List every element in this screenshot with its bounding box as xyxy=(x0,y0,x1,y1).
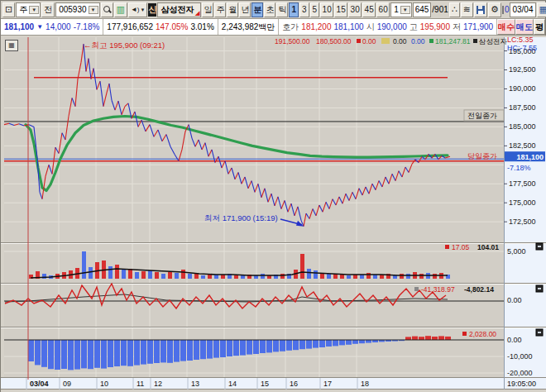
strength-bar xyxy=(134,340,140,366)
volume-bar xyxy=(327,274,331,279)
interval-60[interactable]: 60 xyxy=(376,2,390,17)
price-tick-label: 190,000 xyxy=(509,84,536,93)
end-time-label: 19:05:00 xyxy=(507,380,536,388)
trendline-tool-button[interactable]: ≋ xyxy=(461,2,473,17)
green-tool-button[interactable]: ▥ xyxy=(114,2,127,17)
volume-bar xyxy=(148,270,152,279)
sound-button[interactable]: ◄)▼ xyxy=(128,2,148,17)
strength-bar xyxy=(187,340,193,361)
date-field[interactable]: 03/04 xyxy=(510,2,535,17)
volume-bar xyxy=(347,275,351,279)
interval-30[interactable]: 30 xyxy=(348,2,362,17)
strength-tick-label: -20,000 xyxy=(507,369,533,377)
volume-value: 177,916,652 xyxy=(107,22,153,31)
volume-bar xyxy=(433,274,437,279)
volume-bar xyxy=(115,265,119,279)
tab-second[interactable]: 초 xyxy=(264,2,275,17)
high-price: 195,900 xyxy=(420,22,450,31)
chart-region[interactable]: 195,000192,500190,000187,500185,000182,5… xyxy=(1,36,546,392)
strength-bar xyxy=(174,340,180,362)
strength-bar xyxy=(81,340,87,368)
volume-bar xyxy=(314,270,318,279)
save-button[interactable] xyxy=(474,2,487,17)
strength-bar xyxy=(306,340,312,349)
turnover-pct: 3.01% xyxy=(190,22,213,31)
strength-bar xyxy=(61,340,67,369)
info-bar: 181,100 ▼ 14,000 -7.18% 177,916,652 147.… xyxy=(1,19,545,36)
volume-tick-label: 5,000 xyxy=(507,247,526,256)
plot-background xyxy=(4,37,504,377)
legend-square xyxy=(445,245,449,249)
high-label: 고 xyxy=(410,22,418,33)
legend-square xyxy=(357,39,361,43)
volume-bar xyxy=(419,274,424,279)
sell-button[interactable]: 매도 xyxy=(515,19,534,35)
jeon-button[interactable]: 전 xyxy=(41,2,55,17)
strength-bar xyxy=(326,340,332,347)
interval-3[interactable]: 3 xyxy=(299,2,309,17)
time-axis-label: 03/04 xyxy=(30,380,49,388)
strength-bar xyxy=(247,340,252,355)
stock-code-combo[interactable]: 005930▼ xyxy=(55,2,99,17)
strength-bar xyxy=(432,337,438,340)
strength-bar xyxy=(41,340,47,367)
strength-bar xyxy=(194,340,199,360)
strength-bar xyxy=(319,340,325,347)
volume-bar xyxy=(168,272,172,279)
interval-15[interactable]: 15 xyxy=(334,2,347,17)
volume-bar xyxy=(135,272,139,279)
price-legend-item: 0.00 xyxy=(393,37,407,45)
time-axis-label: 13 xyxy=(191,380,199,388)
interval-combo[interactable]: 1▼ xyxy=(390,2,412,17)
search-button[interactable] xyxy=(101,2,113,17)
strength-bar xyxy=(127,340,133,366)
search-icon xyxy=(103,6,111,13)
strength-bar xyxy=(200,340,206,359)
strength-bar xyxy=(445,337,451,340)
zero-checkbox[interactable] xyxy=(502,6,504,14)
tab-day[interactable]: 일 xyxy=(202,2,213,17)
stock-name-label: 삼성전자 xyxy=(160,4,194,16)
bid-price: 181,100 xyxy=(333,22,363,31)
chart-canvas[interactable]: 195,000192,500190,000187,500185,000182,5… xyxy=(1,36,546,392)
tab-year[interactable]: 년 xyxy=(239,2,251,17)
points-tool-button[interactable]: ∴ xyxy=(449,2,460,17)
tab-week[interactable]: 주 xyxy=(214,2,226,17)
strength-bar xyxy=(108,340,113,367)
price-tick-label: 192,500 xyxy=(509,65,536,74)
current-price-box-label: 181,100 xyxy=(516,153,544,161)
price-legend-item: 0.00 xyxy=(362,37,376,45)
volume-bar xyxy=(307,269,311,279)
strength-bar xyxy=(35,340,41,365)
volume-bar xyxy=(82,251,86,279)
tab-minute[interactable]: 분 xyxy=(251,2,263,17)
volume-bar xyxy=(108,266,113,279)
strength-bar xyxy=(233,340,239,356)
interval-10[interactable]: 10 xyxy=(320,2,333,17)
chart-tool-button[interactable]: ▦ xyxy=(5,40,18,51)
popup-icon[interactable]: ⊡ xyxy=(2,2,15,17)
bar-count-field[interactable]: 645 xyxy=(413,2,432,17)
volume-bar xyxy=(340,275,344,279)
strength-bar xyxy=(346,340,352,345)
tab-tick[interactable]: 틱 xyxy=(276,2,288,17)
chart-type-combo[interactable]: 주▼ xyxy=(16,2,41,17)
value-summary: 2,243,982백만 xyxy=(218,19,280,35)
strength-bar xyxy=(405,337,411,340)
calendar-button[interactable]: ▦ xyxy=(537,2,546,17)
price-legend-item: 0.00 xyxy=(411,37,425,45)
oscillator-tick-label: 0.00 xyxy=(507,296,522,304)
volume-bar xyxy=(261,274,265,279)
interval-5[interactable]: 5 xyxy=(310,2,320,17)
strength-bar xyxy=(28,340,34,361)
new-badge: 신 xyxy=(148,3,156,17)
flat-button[interactable]: 평 xyxy=(534,19,545,35)
price-tick-label: 185,000 xyxy=(509,122,536,131)
tab-month[interactable]: 월 xyxy=(227,2,238,17)
strength-bar xyxy=(253,340,259,354)
time-axis-label: 16 xyxy=(290,380,298,388)
interval-1[interactable]: 1 xyxy=(289,2,299,17)
settings-button[interactable]: ⚙ xyxy=(488,2,501,17)
buy-button[interactable]: 매수 xyxy=(497,19,515,35)
interval-45[interactable]: 45 xyxy=(362,2,376,17)
